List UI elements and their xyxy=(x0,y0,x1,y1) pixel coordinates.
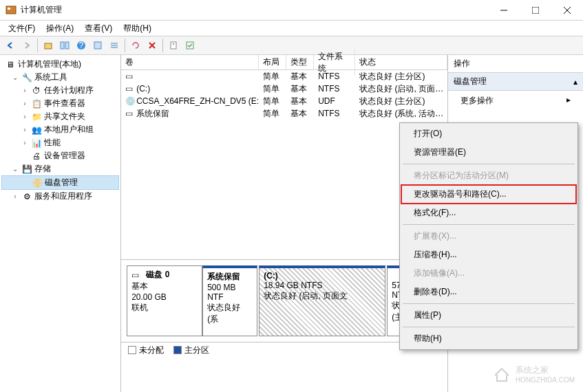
ctx-format[interactable]: 格式化(F)... xyxy=(401,204,576,222)
svg-text:?: ? xyxy=(79,41,84,50)
svg-rect-17 xyxy=(171,42,176,49)
maximize-button[interactable] xyxy=(520,0,551,21)
tree-disk-mgmt[interactable]: 📀磁盘管理 xyxy=(1,175,119,190)
chevron-right-icon: › xyxy=(21,113,29,120)
up-button[interactable] xyxy=(41,38,56,53)
clock-icon: ⏱ xyxy=(31,85,42,96)
app-icon xyxy=(6,5,17,16)
menu-view[interactable]: 查看(V) xyxy=(81,21,116,36)
tree-pane: 🖥计算机管理(本地) ⌄🔧系统工具 ›⏱任务计划程序 ›📋事件查看器 ›📁共享文… xyxy=(0,55,121,392)
ctx-shrink[interactable]: 压缩卷(H)... xyxy=(401,246,576,264)
partition-c[interactable]: (C:) 18.94 GB NTFS 状态良好 (启动, 页面文 xyxy=(259,265,385,336)
drive-icon: ▭ xyxy=(125,109,135,117)
col-layout[interactable]: 布局 xyxy=(259,55,286,69)
storage-icon: 💾 xyxy=(21,164,32,175)
chevron-right-icon: › xyxy=(21,139,29,146)
window-title: 计算机管理 xyxy=(21,4,488,16)
volume-row[interactable]: ▭简单基本NTFS状态良好 (主分区) xyxy=(121,70,447,83)
ctx-mark-active: 将分区标记为活动分区(M) xyxy=(401,166,576,185)
legend-primary-icon xyxy=(173,346,182,354)
chevron-right-icon: › xyxy=(21,100,29,107)
svg-rect-11 xyxy=(94,42,101,49)
drive-icon: ▭ xyxy=(125,84,135,92)
menubar: 文件(F) 操作(A) 查看(V) 帮助(H) xyxy=(0,21,583,36)
tree-shared-folders[interactable]: ›📁共享文件夹 xyxy=(1,110,119,123)
titlebar: 计算机管理 xyxy=(0,0,583,21)
toolbar: ? xyxy=(0,36,583,55)
tree-performance[interactable]: ›📊性能 xyxy=(1,136,119,149)
ctx-change-drive-letter[interactable]: 更改驱动器号和路径(C)... xyxy=(401,185,576,204)
menu-help[interactable]: 帮助(H) xyxy=(119,21,156,36)
chevron-down-icon: ⌄ xyxy=(11,165,19,173)
tree-system-tools[interactable]: ⌄🔧系统工具 xyxy=(1,71,119,84)
cd-icon: 💿 xyxy=(125,96,135,105)
svg-point-18 xyxy=(173,43,174,45)
tools-icon: 🔧 xyxy=(21,72,32,83)
services-icon: ⚙ xyxy=(21,191,32,202)
close-button[interactable] xyxy=(551,0,583,21)
minimize-button[interactable] xyxy=(488,0,520,21)
actions-title: 操作 xyxy=(448,55,583,73)
hdd-icon: ▭ xyxy=(131,270,144,280)
svg-rect-7 xyxy=(61,42,64,49)
users-icon: 👥 xyxy=(31,124,42,135)
perf-icon: 📊 xyxy=(31,138,42,149)
actions-disk-mgmt[interactable]: 磁盘管理▴ xyxy=(448,73,583,91)
device-icon: 🖨 xyxy=(31,151,42,162)
tree-storage[interactable]: ⌄💾存储 xyxy=(1,162,119,175)
view-button[interactable] xyxy=(57,38,72,53)
computer-icon: 🖥 xyxy=(5,59,16,70)
svg-rect-0 xyxy=(6,6,16,14)
check-button[interactable] xyxy=(182,38,198,53)
props-button[interactable] xyxy=(166,38,181,53)
ctx-help[interactable]: 帮助(H) xyxy=(401,329,576,348)
volume-row[interactable]: ▭(C:)简单基本NTFS状态良好 (启动, 页面… xyxy=(121,83,447,95)
col-volume[interactable]: 卷 xyxy=(121,55,259,69)
event-icon: 📋 xyxy=(31,98,42,109)
tree-services-apps[interactable]: ›⚙服务和应用程序 xyxy=(1,190,119,203)
ctx-extend: 扩展卷(X)... xyxy=(401,227,576,246)
ctx-mirror: 添加镜像(A)... xyxy=(401,264,576,283)
context-menu: 打开(O) 资源管理器(E) 将分区标记为活动分区(M) 更改驱动器号和路径(C… xyxy=(399,122,578,350)
tree-task-scheduler[interactable]: ›⏱任务计划程序 xyxy=(1,84,119,97)
col-status[interactable]: 状态 xyxy=(355,55,447,69)
chevron-right-icon: › xyxy=(11,193,19,200)
chevron-right-icon: › xyxy=(21,87,29,94)
disk-info[interactable]: ▭ 磁盘 0 基本 20.00 GB 联机 xyxy=(127,265,202,336)
chevron-right-icon: › xyxy=(21,126,29,133)
help-button[interactable]: ? xyxy=(74,38,89,53)
legend-unalloc-icon xyxy=(128,346,136,354)
chevron-down-icon: ⌄ xyxy=(11,74,19,81)
ctx-open[interactable]: 打开(O) xyxy=(401,124,576,143)
list-button[interactable] xyxy=(107,38,122,53)
delete-button[interactable] xyxy=(145,38,160,53)
actions-more[interactable]: 更多操作▸ xyxy=(448,91,583,111)
disk-icon: 📀 xyxy=(32,177,43,188)
forward-button[interactable] xyxy=(19,38,34,53)
svg-rect-1 xyxy=(8,8,10,10)
ctx-props[interactable]: 属性(P) xyxy=(401,306,576,325)
svg-rect-6 xyxy=(45,43,52,49)
ctx-delete[interactable]: 删除卷(D)... xyxy=(401,283,576,301)
svg-rect-3 xyxy=(532,7,539,14)
volume-header: 卷 布局 类型 文件系统 状态 xyxy=(121,55,447,70)
drive-icon: ▭ xyxy=(125,72,135,80)
col-type[interactable]: 类型 xyxy=(286,55,314,69)
ctx-explorer[interactable]: 资源管理器(E) xyxy=(401,143,576,162)
volume-row[interactable]: ▭系统保留简单基本NTFS状态良好 (系统, 活动… xyxy=(121,107,447,120)
tree-root[interactable]: 🖥计算机管理(本地) xyxy=(1,58,119,71)
settings-button[interactable] xyxy=(90,38,105,53)
collapse-icon: ▴ xyxy=(573,77,577,87)
tree-event-viewer[interactable]: ›📋事件查看器 xyxy=(1,97,119,110)
refresh-button[interactable] xyxy=(128,38,143,53)
tree-local-users[interactable]: ›👥本地用户和组 xyxy=(1,123,119,136)
partition-system-reserved[interactable]: 系统保留 500 MB NTF 状态良好 (系 xyxy=(202,265,257,336)
volume-row[interactable]: 💿CCSA_X64FRE_ZH-CN_DV5 (E:)简单基本UDF状态良好 (… xyxy=(121,95,447,107)
menu-action[interactable]: 操作(A) xyxy=(42,21,78,36)
tree-device-manager[interactable]: 🖨设备管理器 xyxy=(1,149,119,162)
folder-icon: 📁 xyxy=(31,111,42,122)
svg-rect-8 xyxy=(65,42,69,49)
menu-file[interactable]: 文件(F) xyxy=(4,21,39,36)
chevron-right-icon: ▸ xyxy=(566,95,571,107)
back-button[interactable] xyxy=(3,38,18,53)
